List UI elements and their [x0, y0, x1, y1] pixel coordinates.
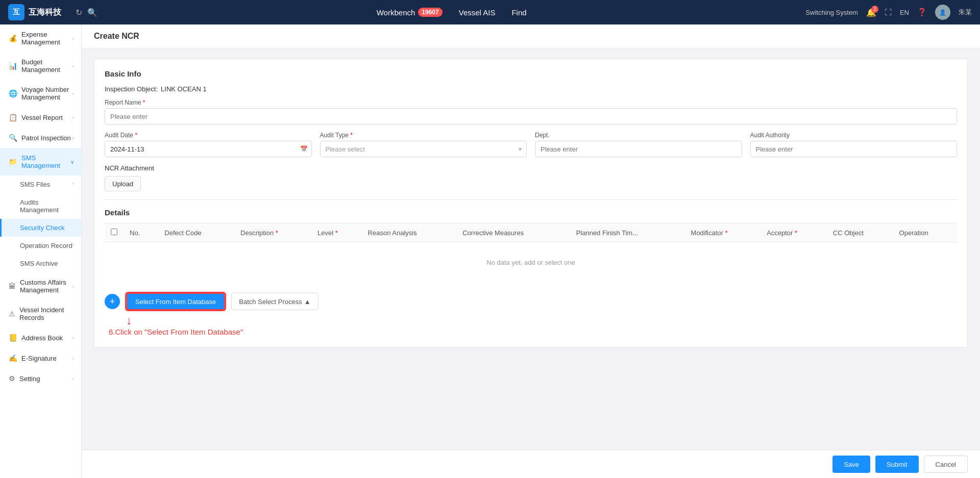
chevron-right-operation: › [72, 242, 74, 249]
sidebar-item-vessel-incident[interactable]: ⚠ Vessel Incident Records [0, 300, 81, 328]
page-header: Create NCR [82, 24, 980, 48]
report-name-input[interactable] [105, 108, 957, 124]
topnav-right: Switching System 🔔 1 ⛶ EN ❓ 👤 朱某 [805, 5, 972, 20]
action-area: + Select From Item Database Batch Select… [105, 291, 957, 337]
sidebar-item-voyage[interactable]: 🌐 Voyage Number Management › [0, 80, 81, 107]
select-all-checkbox[interactable] [111, 229, 117, 235]
fullscreen-icon[interactable]: ⛶ [885, 8, 892, 16]
dept-group: Dept. [535, 132, 742, 157]
ncr-attachment-label: NCR Attachment [105, 164, 957, 172]
col-planned-finish: Planned Finish Tim... [570, 223, 685, 242]
report-name-label: Report Name [105, 99, 141, 106]
dept-label: Dept. [535, 132, 550, 139]
submit-button[interactable]: Submit [875, 456, 918, 473]
sidebar-item-expense[interactable]: 💰 Expense Management › [0, 24, 81, 52]
help-icon[interactable]: ❓ [917, 8, 927, 17]
avatar[interactable]: 👤 [935, 5, 950, 20]
col-no: No. [124, 223, 158, 242]
sidebar-item-patrol[interactable]: 🔍 Patrol Inspection › [0, 128, 81, 148]
add-row-button[interactable]: + [105, 294, 120, 309]
details-title: Details [105, 208, 957, 217]
workbench-nav[interactable]: Workbench 19607 [377, 8, 443, 17]
annotation-text-row: 6.Click on "Select From Item Database" [105, 328, 957, 337]
main-content: Create NCR Basic Info Inspection Object:… [82, 24, 980, 478]
sidebar-label-e-signature: E-Signature [21, 355, 57, 362]
chevron-right-customs: › [72, 284, 74, 289]
audit-authority-label: Audit Authority [750, 132, 790, 139]
chevron-right-esig: › [72, 356, 74, 361]
sidebar-label-sms: SMS Management [21, 154, 70, 169]
sidebar-label-vessel-incident: Vessel Incident Records [19, 306, 74, 321]
sidebar-label-voyage: Voyage Number Management [21, 86, 72, 101]
topnav-center: Workbench 19607 Vessel AIS Find [104, 8, 799, 17]
batch-select-label: Batch Select Process [239, 298, 302, 306]
sms-files-label: SMS Files [20, 181, 50, 188]
sidebar-item-e-signature[interactable]: ✍ E-Signature › [0, 348, 81, 368]
sidebar-sub-audits[interactable]: Audits Management [0, 193, 81, 219]
workbench-badge: 19607 [418, 8, 442, 17]
audits-label: Audits Management [20, 198, 59, 214]
vessel-incident-icon: ⚠ [9, 310, 15, 318]
inspection-object-value: LINK OCEAN 1 [161, 85, 207, 93]
nav-refresh-icon[interactable]: ↻ [76, 8, 82, 17]
e-signature-icon: ✍ [9, 354, 17, 362]
audit-date-group: Audit Date * 2024-11-13 📅 [105, 132, 312, 157]
annotation-arrow-icon: ↓ [126, 314, 132, 326]
vessel-ais-link[interactable]: Vessel AIS [459, 8, 496, 17]
table-header: No. Defect Code Description * Level * Re… [105, 223, 957, 242]
page-body: Basic Info Inspection Object: LINK OCEAN… [82, 48, 980, 450]
switching-system-btn[interactable]: Switching System [805, 9, 858, 16]
lang-selector[interactable]: EN [900, 9, 909, 16]
sidebar-label-address-book: Address Book [21, 334, 63, 342]
batch-select-button[interactable]: Batch Select Process ▲ [231, 293, 318, 310]
col-modificator: Modificator * [684, 223, 761, 242]
user-name: 朱某 [959, 8, 972, 17]
sidebar-label-customs: Customs Affairs Management [20, 279, 72, 294]
find-link[interactable]: Find [511, 8, 526, 17]
page-title: Create NCR [94, 32, 139, 40]
save-button[interactable]: Save [832, 456, 870, 473]
sidebar-item-customs[interactable]: 🏛 Customs Affairs Management › [0, 272, 81, 300]
sidebar: 💰 Expense Management › 📊 Budget Manageme… [0, 24, 82, 478]
audit-row: Audit Date * 2024-11-13 📅 Audit Type * [105, 132, 957, 157]
notif-count: 1 [871, 6, 878, 13]
audit-date-wrapper: 2024-11-13 📅 [105, 141, 312, 157]
chevron-right-address: › [72, 335, 74, 341]
audit-date-label: Audit Date [105, 132, 133, 139]
dept-input[interactable] [535, 141, 742, 157]
nav-search-icon[interactable]: 🔍 [87, 8, 97, 17]
col-level: Level * [311, 223, 362, 242]
avatar-label: 👤 [939, 9, 946, 16]
address-book-icon: 📒 [9, 334, 17, 342]
form-card: Basic Info Inspection Object: LINK OCEAN… [94, 59, 968, 347]
audit-type-group: Audit Type * Please select ▼ [320, 132, 527, 157]
sidebar-item-address-book[interactable]: 📒 Address Book › [0, 328, 81, 348]
sidebar-sub-sms-files[interactable]: SMS Files › [0, 175, 81, 193]
audit-type-select[interactable]: Please select [320, 141, 527, 157]
chevron-right-icon-vessel: › [72, 115, 74, 120]
sidebar-sub-operation-record[interactable]: Operation Record › [0, 237, 81, 255]
cancel-button[interactable]: Cancel [924, 456, 968, 473]
col-cc-object: CC Object [827, 223, 893, 242]
table-body: No data yet, add or select one [105, 242, 957, 283]
app-logo[interactable]: 互 互海科技 [8, 4, 61, 20]
col-defect-code: Defect Code [158, 223, 234, 242]
sidebar-sub-security-check[interactable]: Security Check [0, 219, 81, 237]
sidebar-sub-sms-archive[interactable]: SMS Archive [0, 255, 81, 272]
chevron-down-icon-sms: ∨ [70, 159, 74, 165]
no-data-text: No data yet, add or select one [105, 242, 957, 283]
sidebar-item-sms[interactable]: 📁 SMS Management ∨ [0, 148, 81, 175]
sidebar-item-setting[interactable]: ⚙ Setting › [0, 368, 81, 389]
app-name: 互海科技 [29, 7, 61, 18]
audit-date-input[interactable]: 2024-11-13 [105, 141, 312, 157]
chevron-right-icon: › [72, 36, 74, 41]
audit-authority-input[interactable] [750, 141, 958, 157]
select-from-db-button[interactable]: Select From Item Database [126, 293, 225, 310]
sms-archive-label: SMS Archive [20, 260, 58, 267]
operation-record-label: Operation Record [20, 242, 72, 249]
setting-icon: ⚙ [9, 374, 15, 383]
notification-bell[interactable]: 🔔 1 [866, 8, 876, 17]
upload-button[interactable]: Upload [105, 176, 141, 191]
sidebar-item-budget[interactable]: 📊 Budget Management › [0, 52, 81, 80]
sidebar-item-vessel-report[interactable]: 📋 Vessel Report › [0, 107, 81, 128]
